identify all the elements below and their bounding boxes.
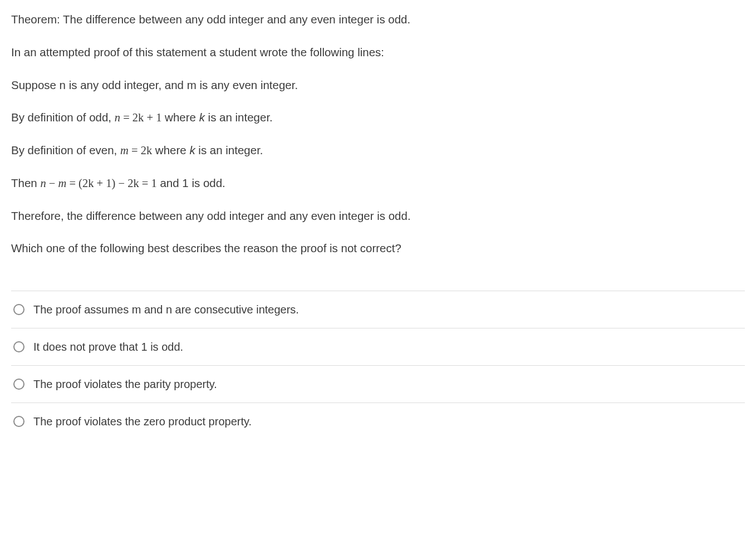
proof-difference: Then n − m = (2k + 1) − 2k = 1 and 1 is …: [11, 175, 745, 192]
theorem-statement: Theorem: The difference between any odd …: [11, 11, 745, 28]
radio-icon: [13, 341, 24, 352]
math-var-m: m: [58, 177, 66, 189]
radio-icon: [13, 416, 24, 427]
math-equals: =: [120, 111, 132, 124]
math-expr: 2k: [141, 144, 153, 156]
option-label: The proof violates the parity property.: [33, 376, 217, 392]
text-fragment: where: [152, 144, 189, 156]
math-equals: =: [66, 177, 78, 189]
proof-even-definition: By definition of even, m = 2k where k is…: [11, 142, 745, 159]
radio-icon: [13, 379, 24, 390]
option-b[interactable]: It does not prove that 1 is odd.: [11, 328, 745, 366]
option-label: The proof assumes m and n are consecutiv…: [33, 301, 299, 318]
proof-odd-definition: By definition of odd, n = 2k + 1 where k…: [11, 109, 745, 126]
proof-intro: In an attempted proof of this statement …: [11, 44, 745, 61]
math-expr: (2k + 1) − 2k: [78, 177, 139, 189]
math-var-n: n: [40, 177, 46, 189]
proof-suppose: Suppose n is any odd integer, and m is a…: [11, 77, 745, 94]
text-fragment: is an integer.: [195, 144, 263, 156]
text-fragment: and 1 is odd.: [157, 176, 225, 189]
option-label: It does not prove that 1 is odd.: [33, 338, 183, 355]
math-minus: −: [46, 177, 58, 189]
math-var-m: m: [120, 144, 129, 156]
option-d[interactable]: The proof violates the zero product prop…: [11, 403, 745, 440]
math-var-k: k: [199, 111, 205, 124]
text-fragment: By definition of even,: [11, 144, 120, 156]
math-equals: =: [129, 144, 141, 156]
text-fragment: Then: [11, 176, 40, 189]
math-expr: 2k + 1: [132, 111, 162, 124]
option-label: The proof violates the zero product prop…: [33, 413, 252, 430]
radio-icon: [13, 304, 24, 315]
math-one: 1: [151, 177, 156, 189]
proof-conclusion: Therefore, the difference between any od…: [11, 208, 745, 225]
option-c[interactable]: The proof violates the parity property.: [11, 366, 745, 403]
question-prompt: Which one of the following best describe…: [11, 240, 745, 257]
math-equals: =: [139, 177, 151, 189]
question-body: Theorem: The difference between any odd …: [11, 11, 745, 257]
text-fragment: where: [161, 111, 199, 124]
math-var-k: k: [189, 144, 195, 156]
options-list: The proof assumes m and n are consecutiv…: [11, 291, 745, 440]
math-var-n: n: [115, 111, 120, 124]
option-a[interactable]: The proof assumes m and n are consecutiv…: [11, 291, 745, 328]
text-fragment: is an integer.: [205, 111, 273, 124]
text-fragment: By definition of odd,: [11, 111, 115, 124]
